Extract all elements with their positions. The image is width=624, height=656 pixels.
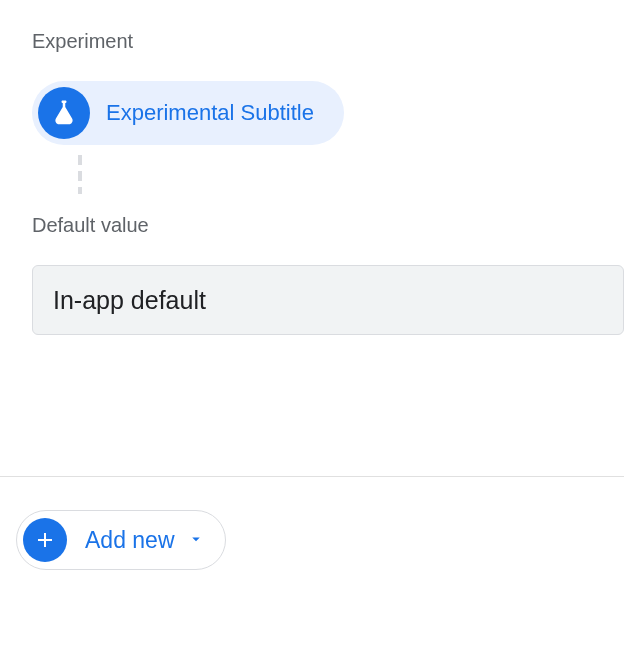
experiment-chip-row: Experimental Subtitle (0, 53, 624, 145)
add-new-row: Add new (16, 510, 226, 570)
experiment-section-label: Experiment (0, 0, 624, 53)
experiment-chip-label: Experimental Subtitle (106, 100, 314, 126)
default-value-section-label: Default value (0, 194, 624, 237)
flask-icon (38, 87, 90, 139)
experiment-chip[interactable]: Experimental Subtitle (32, 81, 344, 145)
default-value-input[interactable] (32, 265, 624, 335)
plus-icon (23, 518, 67, 562)
add-new-button[interactable]: Add new (16, 510, 226, 570)
chevron-down-icon (187, 530, 205, 551)
add-new-label: Add new (85, 527, 175, 554)
footer-divider (0, 476, 624, 477)
connector-line (78, 155, 82, 194)
default-value-input-wrap (0, 237, 624, 335)
